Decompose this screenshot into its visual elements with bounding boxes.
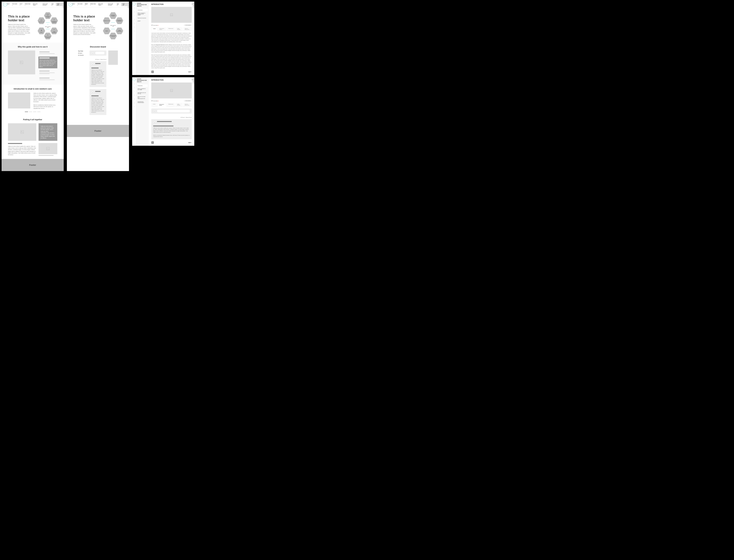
svg-point-11 — [21, 62, 21, 62]
hex-hr[interactable]: HUMAN RESOURCES — [50, 28, 58, 34]
nav-team[interactable]: Who's the Team? — [33, 3, 41, 6]
accordion-item[interactable] — [38, 77, 57, 81]
hex-information-systems[interactable]: INFORMATION SYSTEMS — [44, 12, 52, 19]
nav-guide[interactable]: This Guide — [12, 3, 18, 6]
rail-icon-2[interactable] — [133, 86, 135, 89]
rail-icon-1[interactable] — [133, 83, 135, 85]
post-card[interactable]: ☺ Gallia est omnis divisa in partes tres… — [151, 119, 192, 139]
accordion-item-active[interactable]: Gallia est omnis divisa in partes tres, … — [38, 57, 57, 68]
nav-why[interactable]: Why? — [7, 3, 10, 6]
bookmark-button[interactable]: ☆ BOOKMARK — [184, 24, 192, 26]
hex-infrastructure[interactable]: INFRASTRUCTURE — [103, 17, 111, 24]
hex-governance[interactable]: GOVERNANCE & LEADERSHIP — [50, 17, 58, 24]
filter-channels[interactable]: All channels — [78, 55, 88, 56]
hex-information-systems[interactable]: INFORMATION SYSTEMS — [109, 12, 117, 19]
content-tabs: Guide Discussion Board References Case S… — [151, 27, 192, 31]
rail-icon-7[interactable] — [133, 106, 135, 108]
rail-icon-6[interactable] — [133, 102, 135, 104]
nav-whatsnew[interactable]: What's New — [90, 3, 96, 6]
post-card[interactable]: ☺ Gallia est omnis divisa in partes tres… — [90, 89, 106, 115]
nav-team[interactable]: Who's the Team? — [98, 3, 106, 6]
nav-guide[interactable]: This Guide — [77, 3, 83, 6]
nav-how[interactable]: How? — [85, 3, 88, 6]
sort-recent[interactable]: Recent Post ▾ — [100, 59, 106, 60]
tab-discussion[interactable]: Discussion Board — [158, 103, 166, 107]
hex-governance[interactable]: GOVERNANCE & LEADERSHIP — [116, 17, 123, 24]
tab-case-studies[interactable]: Case Studies — [175, 103, 183, 107]
logo-icon[interactable]: N — [68, 3, 72, 6]
hex-family-care[interactable]: FAMILY CENTRED CARE — [44, 22, 52, 29]
hex-medical[interactable]: MEDICAL DEVICES & SUPPLIES — [109, 33, 117, 39]
sidebar-item-how[interactable]: HOW? — [137, 19, 148, 22]
rail-icon-3[interactable] — [133, 90, 135, 93]
share-button[interactable]: ⇪ — [151, 141, 154, 144]
bookmark-button[interactable]: ☆ BOOKMARK — [184, 100, 192, 102]
sort-recent[interactable]: Recent Post ▾ — [186, 117, 192, 118]
nav-why[interactable]: Why? — [72, 3, 76, 6]
tab-guide[interactable]: Guide — [151, 27, 157, 31]
nav-involved[interactable]: How to get involved — [43, 3, 52, 6]
signup-button[interactable]: Sign Up — [56, 3, 62, 6]
accordion-item[interactable] — [38, 70, 57, 75]
tab-references[interactable]: References — [167, 103, 175, 107]
rail-icon-4[interactable] — [133, 94, 135, 96]
sidebar-item-implement[interactable]: What is needed to implement this HSBB? — [137, 11, 148, 16]
post-card[interactable]: ☺ Gallia est omnis divisa in partes tres… — [90, 61, 106, 87]
tab-discussion[interactable]: Discussion Board — [158, 27, 166, 31]
rail-icon-3[interactable] — [133, 15, 135, 17]
sidebar-section-title: HUMAN RESOURCES FOR HEALTH — [137, 3, 148, 7]
hamburger-icon[interactable]: ≡ — [192, 79, 193, 81]
post-input[interactable] — [157, 110, 190, 112]
rail-icon-5[interactable] — [133, 98, 135, 100]
tab-tools[interactable]: Tools & Resources — [183, 103, 192, 107]
hex-family-care[interactable]: FAMILY CENTRED CARE — [109, 22, 117, 29]
rail-icon-7[interactable] — [133, 30, 135, 32]
hex-finance[interactable]: $FINANCE — [38, 28, 45, 34]
hamburger-icon[interactable]: ≡ — [192, 3, 193, 5]
sidebar-item-intro[interactable]: Introduction — [137, 8, 148, 11]
sidebar-item-intro[interactable]: Introduction — [137, 84, 148, 87]
sidebar-item-learning[interactable]: Learning from implementation — [137, 100, 148, 104]
sort-all[interactable]: All Posts ▾ — [95, 59, 100, 60]
logo-icon[interactable] — [133, 78, 136, 81]
new-post-box[interactable]: ☺ — [90, 50, 106, 56]
accordion-item[interactable] — [38, 50, 57, 55]
rail-icon-2[interactable] — [133, 11, 135, 13]
sidebar-item-nest360[interactable]: NEST360 tools and learning — [137, 91, 148, 95]
sort-all[interactable]: All Posts ▾ — [181, 117, 185, 118]
tab-guide[interactable]: Guide — [151, 103, 157, 107]
signin-link[interactable]: Sign In — [51, 3, 55, 6]
sidebar-item-learn[interactable]: What can we learn from otherprogrammes — [137, 95, 148, 100]
nav-involved[interactable]: How to get involved — [108, 3, 117, 6]
nav-whatsnew[interactable]: What's New — [25, 3, 31, 6]
nav-links: Why? This Guide How? What's New Who's th… — [7, 3, 52, 6]
hex-infrastructure[interactable]: INFRASTRUCTURE — [38, 17, 45, 24]
rail-icon-1[interactable] — [133, 7, 135, 9]
svg-point-7 — [54, 29, 54, 30]
hex-finance[interactable]: FINANCE — [103, 28, 111, 34]
new-post-box[interactable]: ☺ — [151, 108, 192, 114]
hex-hr[interactable]: HUMAN RESOURCES — [116, 28, 123, 34]
hex-medical[interactable]: MEDICAL DEVICES & SUPPLIES — [44, 33, 52, 39]
filter-topics[interactable]: All topics — [78, 53, 88, 54]
rail-icon-5[interactable] — [133, 22, 135, 25]
tab-references[interactable]: References — [167, 27, 175, 31]
nav-how[interactable]: How? — [20, 3, 23, 6]
rail-icon-4[interactable] — [133, 18, 135, 21]
sidebar-item-needed[interactable]: What is needed for this HSBB — [137, 87, 148, 91]
image-icon — [170, 13, 173, 16]
post-input[interactable] — [95, 52, 104, 54]
tab-tools[interactable]: Tools & Resources — [183, 27, 192, 31]
logo-icon[interactable] — [133, 3, 136, 5]
next-button[interactable]: NEXT › — [188, 71, 192, 72]
signup-button[interactable]: Sign Up — [121, 3, 127, 6]
tab-case-studies[interactable]: Case Studies — [175, 27, 183, 31]
logo-icon[interactable]: N — [3, 3, 7, 6]
share-button[interactable]: ⇪ — [151, 71, 154, 73]
filter-feed[interactable]: Your Feed — [78, 50, 88, 52]
signin-link[interactable]: Sign In — [117, 3, 120, 6]
carousel-dots[interactable] — [8, 111, 57, 112]
next-button[interactable]: NEXT › — [188, 142, 192, 143]
rail-icon-6[interactable] — [133, 26, 135, 28]
sidebar-item-tools[interactable]: Tools and resources — [137, 16, 148, 19]
